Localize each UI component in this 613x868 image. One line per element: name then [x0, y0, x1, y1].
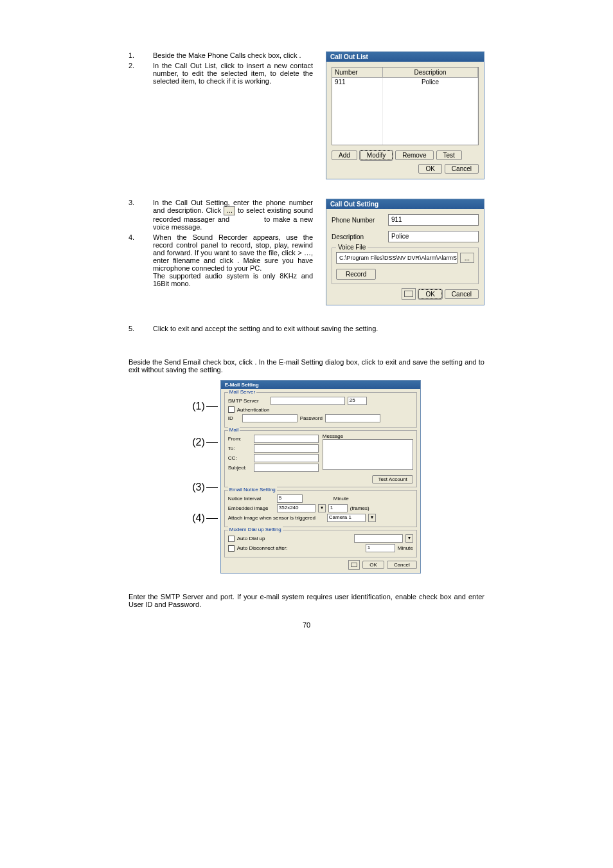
attach-image-label: Attach image when sensor is triggered — [228, 515, 324, 521]
disconnect-minute-label: Minute — [398, 545, 413, 551]
browse-icon: … — [224, 206, 235, 215]
cell-number: 911 — [332, 78, 383, 86]
message-label: Message — [323, 433, 413, 439]
minute-label: Minute — [333, 496, 349, 502]
smtp-input[interactable] — [271, 397, 345, 405]
test-button[interactable]: Test — [436, 150, 462, 160]
chevron-down-icon[interactable]: ▾ — [368, 514, 376, 522]
camera-select[interactable]: Camera 1 — [327, 514, 366, 522]
keyboard-icon[interactable] — [348, 560, 360, 570]
message-input[interactable] — [323, 439, 413, 470]
id-input[interactable] — [242, 414, 298, 422]
modify-button[interactable]: Modify — [360, 150, 393, 160]
bottom-paragraph: Enter the SMTP Server and port. If your … — [129, 593, 484, 608]
subject-label: Subject: — [228, 465, 251, 471]
notice-interval-label: Notice Interval — [228, 496, 274, 502]
remove-button[interactable]: Remove — [395, 150, 433, 160]
email-paragraph: Beside the Send Email check box, click .… — [129, 358, 484, 374]
ok-button[interactable]: OK — [418, 289, 441, 299]
mail-server-group: Mail Server — [228, 389, 256, 395]
auto-dialup-label: Auto Dial up — [237, 536, 265, 541]
description-input[interactable]: Police — [388, 231, 479, 242]
from-input[interactable] — [254, 435, 319, 443]
keyboard-icon[interactable] — [402, 288, 416, 300]
frames-label: (frames) — [350, 505, 369, 511]
test-account-button[interactable]: Test Account — [372, 475, 413, 484]
email-notice-group: Email Notice Setting — [228, 487, 277, 493]
embedded-image-label: Embedded image — [228, 505, 274, 511]
password-label: Password — [300, 415, 323, 421]
callout-4: (4) — [192, 512, 205, 524]
contact-table[interactable]: Number Description 911 Police — [332, 67, 479, 145]
cc-input[interactable] — [254, 454, 319, 462]
chevron-down-icon[interactable]: ▾ — [405, 534, 413, 543]
auth-checkbox[interactable] — [228, 406, 235, 413]
cancel-button[interactable]: Cancel — [445, 164, 479, 174]
add-button[interactable]: Add — [332, 150, 357, 160]
step-number: 4. — [129, 233, 153, 287]
callout-3: (3) — [192, 482, 205, 493]
cancel-button[interactable]: Cancel — [445, 289, 479, 299]
dialog-title: Call Out Setting — [326, 199, 484, 209]
auto-disconnect-checkbox[interactable] — [228, 545, 235, 552]
description-label: Description — [332, 233, 383, 240]
password-input[interactable] — [325, 414, 380, 422]
cell-description: Police — [383, 78, 478, 86]
auto-dialup-checkbox[interactable] — [228, 536, 235, 542]
step-text: Beside the Make Phone Calls check box, c… — [153, 51, 313, 59]
call-out-list-dialog: Call Out List Number Description 911 Pol… — [326, 51, 484, 179]
phone-number-label: Phone Number — [332, 217, 383, 224]
step-text: In the Call Out List, click to insert a … — [153, 62, 313, 85]
dialog-title: E-Mail Setting — [221, 381, 420, 389]
cc-label: CC: — [228, 455, 251, 461]
phone-number-input[interactable]: 911 — [388, 214, 479, 226]
record-button[interactable]: Record — [336, 269, 376, 280]
col-description-header: Description — [383, 68, 478, 77]
id-label: ID — [228, 415, 240, 421]
callout-1: (1) — [192, 401, 205, 412]
notice-interval-input[interactable]: 5 — [277, 494, 303, 503]
from-label: From: — [228, 436, 251, 442]
browse-button[interactable]: ... — [460, 253, 474, 263]
step-number: 5. — [129, 325, 153, 332]
port-input[interactable]: 25 — [348, 397, 367, 405]
auth-label: Authentication — [237, 407, 270, 413]
smtp-label: SMTP Server — [228, 398, 268, 404]
step-number: 1. — [129, 51, 153, 59]
step-text: In the Call Out Setting, enter the phone… — [153, 199, 313, 231]
chevron-down-icon[interactable]: ▾ — [318, 504, 326, 512]
call-out-setting-dialog: Call Out Setting Phone Number 911 Descri… — [326, 199, 484, 305]
dialog-title: Call Out List — [326, 52, 484, 62]
to-label: To: — [228, 446, 251, 451]
voice-file-group: Voice File — [336, 244, 368, 251]
step-text: When the Sound Recorder appears, use the… — [153, 233, 313, 287]
callout-2: (2) — [192, 437, 205, 448]
cancel-button[interactable]: Cancel — [387, 561, 417, 569]
col-number-header: Number — [332, 68, 383, 77]
dialup-select[interactable] — [354, 534, 403, 543]
auto-disconnect-label: Auto Disconnect after: — [237, 545, 288, 551]
mail-group: Mail — [228, 427, 240, 433]
modem-dialup-group: Modem Dial up Setting — [228, 527, 283, 532]
step-number: 3. — [129, 199, 153, 231]
voice-file-path[interactable]: C:\Program Files\DSS\NV DVR\Alarm\AlarmS — [336, 252, 458, 264]
step-text: Click to exit and accept the setting and… — [153, 325, 484, 332]
subject-input[interactable] — [254, 464, 319, 472]
page-number: 70 — [129, 621, 484, 629]
frames-input[interactable]: 1 — [328, 504, 348, 512]
step-number: 2. — [129, 62, 153, 85]
embedded-image-select[interactable]: 352x240 — [277, 504, 315, 512]
disconnect-input[interactable]: 1 — [366, 544, 395, 552]
ok-button[interactable]: OK — [362, 561, 384, 569]
to-input[interactable] — [254, 444, 319, 453]
ok-button[interactable]: OK — [418, 164, 441, 174]
email-setting-dialog: E-Mail Setting Mail Server SMTP Server 2… — [220, 380, 421, 574]
